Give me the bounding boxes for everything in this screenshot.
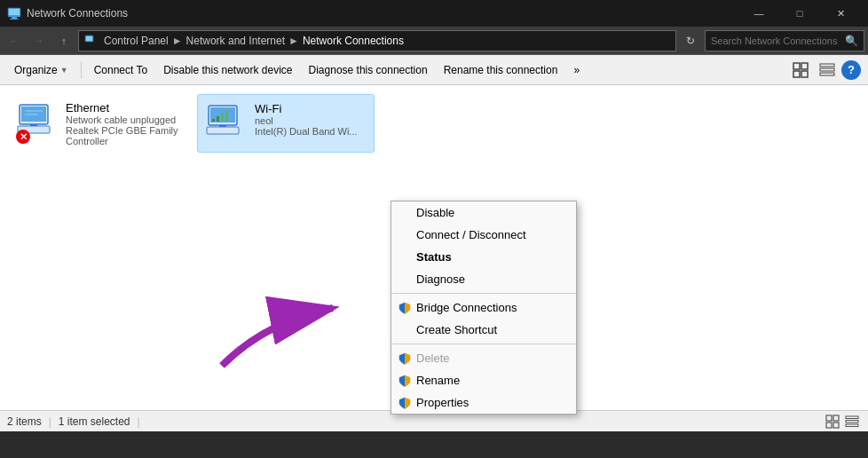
svg-rect-11 [820, 68, 834, 71]
svg-rect-12 [820, 73, 834, 75]
shield-icon [398, 397, 411, 409]
error-badge: ✕ [16, 130, 30, 144]
ctx-item-1[interactable]: Connect / Disconnect [391, 224, 576, 246]
ctx-label-4: Bridge Connections [416, 301, 517, 314]
address-bar: ← → ↑ Control Panel ► Network and Intern… [0, 27, 868, 55]
svg-rect-19 [25, 114, 38, 115]
main-content: ✕ Ethernet Network cable unplugged Realt… [0, 85, 868, 410]
ethernet-driver: Realtek PCIe GBE Family Controller [66, 125, 179, 146]
details-view-button[interactable] [815, 58, 840, 83]
svg-rect-33 [833, 422, 839, 428]
status-view-btn-1[interactable] [824, 413, 841, 430]
svg-rect-2 [12, 17, 17, 19]
ctx-item-8[interactable]: Properties [391, 391, 576, 414]
ethernet-status: Network cable unplugged [66, 114, 179, 125]
svg-rect-8 [793, 71, 800, 77]
svg-rect-36 [846, 424, 858, 427]
svg-rect-26 [217, 116, 219, 122]
svg-rect-31 [833, 415, 839, 421]
ctx-separator-5 [391, 344, 576, 344]
svg-rect-28 [225, 110, 228, 122]
svg-rect-27 [221, 113, 224, 122]
disable-network-button[interactable]: Disable this network device [156, 60, 299, 80]
ctx-item-0[interactable]: Disable [391, 201, 576, 224]
wifi-driver: Intel(R) Dual Band Wi... [255, 126, 358, 137]
ethernet-name: Ethernet [66, 101, 179, 114]
diagnose-button[interactable]: Diagnose this connection [302, 60, 435, 80]
ctx-label-0: Disable [416, 206, 454, 219]
ctx-item-6: Delete [391, 347, 576, 369]
close-button[interactable]: ✕ [820, 0, 861, 27]
svg-rect-9 [801, 71, 808, 77]
svg-rect-1 [9, 9, 20, 15]
wifi-info: Wi-Fi neol Intel(R) Dual Band Wi... [255, 102, 358, 137]
selected-count: 1 item selected [59, 415, 130, 428]
chevron-down-icon: ▼ [60, 66, 68, 75]
wifi-item[interactable]: Wi-Fi neol Intel(R) Dual Band Wi... [197, 94, 375, 153]
svg-rect-25 [212, 119, 215, 122]
shield-icon [398, 302, 411, 314]
organize-button[interactable]: Organize ▼ [7, 60, 75, 80]
svg-rect-32 [826, 422, 832, 428]
svg-rect-34 [846, 416, 858, 419]
connect-to-button[interactable]: Connect To [87, 60, 155, 80]
arrow-cursor [195, 233, 373, 375]
title-bar: Network Connections — □ ✕ [0, 0, 868, 27]
ctx-label-8: Properties [416, 396, 469, 409]
svg-rect-6 [793, 63, 800, 69]
minimize-button[interactable]: — [738, 0, 779, 27]
svg-rect-7 [801, 63, 808, 69]
breadcrumb-level1[interactable]: Network and Internet [186, 35, 285, 47]
ctx-label-6: Delete [416, 351, 450, 365]
search-icon: 🔍 [845, 35, 858, 47]
ctx-label-2: Status [416, 250, 452, 264]
shield-icon [398, 375, 411, 387]
help-button[interactable]: ? [841, 60, 861, 80]
ethernet-item[interactable]: ✕ Ethernet Network cable unplugged Realt… [9, 94, 186, 154]
rename-button[interactable]: Rename this connection [437, 60, 565, 80]
ctx-item-7[interactable]: Rename [391, 369, 576, 391]
ctx-item-4[interactable]: Bridge Connections [391, 296, 576, 319]
view-toggle-button[interactable] [788, 58, 813, 83]
refresh-button[interactable]: ↻ [680, 30, 701, 51]
shield-icon [398, 352, 411, 365]
svg-rect-10 [820, 64, 834, 67]
search-box[interactable]: Search Network Connections 🔍 [705, 30, 864, 51]
window-controls: — □ ✕ [738, 0, 861, 27]
up-button[interactable]: ↑ [53, 30, 75, 51]
wifi-icon-container [205, 102, 248, 145]
ctx-item-2[interactable]: Status [391, 246, 576, 268]
status-bar-right [824, 413, 861, 430]
breadcrumb-bar: Control Panel ► Network and Internet ► N… [78, 30, 676, 51]
svg-rect-30 [826, 415, 832, 421]
ctx-separator-3 [391, 293, 576, 294]
ethernet-icon: ✕ [16, 101, 59, 144]
svg-rect-5 [86, 36, 92, 41]
ctx-item-5[interactable]: Create Shortcut [391, 319, 576, 341]
status-view-btn-2[interactable] [843, 413, 861, 430]
ethernet-info: Ethernet Network cable unplugged Realtek… [66, 101, 179, 146]
wifi-user: neol [255, 115, 358, 126]
ctx-item-3[interactable]: Diagnose [391, 268, 576, 290]
search-placeholder: Search Network Connections [711, 36, 837, 46]
svg-rect-3 [10, 19, 19, 20]
wifi-name: Wi-Fi [255, 102, 358, 115]
forward-button[interactable]: → [28, 30, 50, 51]
ctx-label-5: Create Shortcut [416, 323, 497, 336]
svg-rect-18 [25, 110, 43, 112]
breadcrumb-root[interactable]: Control Panel [104, 35, 169, 47]
ctx-label-3: Diagnose [416, 272, 465, 286]
svg-rect-24 [207, 127, 239, 134]
context-menu: DisableConnect / DisconnectStatusDiagnos… [391, 201, 577, 415]
maximize-button[interactable]: □ [779, 0, 820, 27]
toolbar: Organize ▼ Connect To Disable this netwo… [0, 55, 868, 85]
breadcrumb-current: Network Connections [303, 35, 404, 47]
ctx-label-1: Connect / Disconnect [416, 228, 526, 241]
toolbar-divider-1 [81, 61, 82, 79]
window-title: Network Connections [27, 7, 738, 20]
more-button[interactable]: » [566, 60, 587, 80]
item-count: 2 items [7, 415, 42, 428]
ctx-label-7: Rename [416, 374, 460, 387]
back-button[interactable]: ← [4, 30, 25, 51]
svg-rect-35 [846, 420, 858, 422]
